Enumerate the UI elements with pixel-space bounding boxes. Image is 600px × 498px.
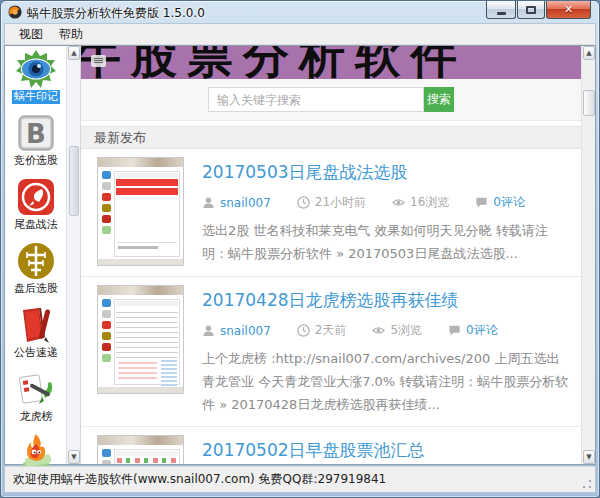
- article-thumbnail[interactable]: [97, 435, 184, 464]
- sidebar-item-label: 蜗牛印记: [12, 90, 60, 104]
- section-title: 最新发布: [94, 129, 146, 147]
- scroll-up-icon[interactable]: ▲: [68, 46, 80, 60]
- scroll-up-icon[interactable]: ▲: [583, 46, 595, 60]
- window-title: 蜗牛股票分析软件免费版 1.5.0.0: [27, 5, 205, 22]
- svg-text:B: B: [26, 119, 46, 149]
- sidebar-item-label: 公告速递: [12, 346, 60, 360]
- close-button[interactable]: ✕: [546, 1, 591, 19]
- article-meta: snail007 2天前 5浏览 0评论: [202, 322, 571, 339]
- views-icon: [392, 196, 405, 209]
- sidebar-item-bid-stock[interactable]: B 竞价选股: [5, 112, 67, 176]
- b-icon: B: [15, 112, 57, 154]
- sidebar-item-label: 尾盘战法: [12, 218, 60, 232]
- status-text: 欢迎使用蜗牛选股软件(www.snail007.com) 免费QQ群:29791…: [13, 471, 386, 488]
- book-icon: [15, 304, 57, 346]
- app-logo-icon: [8, 5, 22, 19]
- article-item: 20170503日尾盘战法选股 snail007 21小时前 16浏览 0评论 …: [81, 149, 581, 276]
- search-input[interactable]: [208, 87, 424, 112]
- titlebar[interactable]: 蜗牛股票分析软件免费版 1.5.0.0 ✕: [1, 1, 599, 23]
- views-icon: [372, 324, 385, 337]
- menubar: 视图 帮助: [4, 23, 596, 45]
- article-title-link[interactable]: 20170503日尾盘战法选股: [202, 161, 571, 184]
- article-thumbnail[interactable]: [97, 285, 184, 394]
- clock-icon: [297, 324, 310, 337]
- paper-icon: [15, 368, 57, 410]
- article-excerpt: 上个龙虎榜 :http://snail007.com/archives/200 …: [202, 347, 571, 416]
- article-excerpt: 选出2股 世名科技和莱克电气 效果如何明天见分晓 转载请注明：蜗牛股票分析软件 …: [202, 219, 571, 265]
- article-title-link[interactable]: 20170428日龙虎榜选股再获佳绩: [202, 289, 571, 312]
- menu-help[interactable]: 帮助: [51, 24, 91, 45]
- banner-title: 牛股票分析软件: [81, 46, 467, 79]
- sidebar-item-announcements[interactable]: 公告速递: [5, 304, 67, 368]
- search-bar: 搜索: [81, 79, 581, 121]
- content-frame: 蜗牛印记 B 竞价选股: [4, 45, 596, 465]
- article-author[interactable]: snail007: [220, 196, 271, 210]
- author-icon: [202, 324, 215, 337]
- article-item: 20170428日龙虎榜选股再获佳绩 snail007 2天前 5浏览 0评论 …: [81, 276, 581, 426]
- sidebar-item-label: 龙虎榜: [18, 410, 55, 424]
- sidebar-item-label: 竞价选股: [12, 154, 60, 168]
- comments-icon: [448, 324, 461, 337]
- scroll-down-icon[interactable]: ▼: [583, 450, 595, 464]
- minimize-button[interactable]: [486, 1, 516, 19]
- scroll-down-icon[interactable]: ▼: [68, 450, 80, 464]
- article-time: 21小时前: [315, 194, 366, 211]
- section-header: 最新发布: [81, 126, 581, 149]
- statusbar: 欢迎使用蜗牛选股软件(www.snail007.com) 免费QQ群:29791…: [4, 466, 596, 493]
- site-banner: 牛股票分析软件: [81, 46, 581, 79]
- sidebar-item-snail-mark[interactable]: 蜗牛印记: [5, 48, 67, 112]
- article-comments[interactable]: 0评论: [493, 194, 525, 211]
- webview-scroll-thumb[interactable]: [583, 90, 595, 116]
- clock-icon: [297, 196, 310, 209]
- maximize-button[interactable]: [517, 1, 545, 19]
- article-list: 20170503日尾盘战法选股 snail007 21小时前 16浏览 0评论 …: [81, 149, 581, 464]
- article-author[interactable]: snail007: [220, 324, 271, 338]
- rocket-icon: [15, 176, 57, 218]
- menu-view[interactable]: 视图: [11, 24, 51, 45]
- article-meta: snail007 21小时前 16浏览 0评论: [202, 194, 571, 211]
- sidebar-scroll-thumb[interactable]: [69, 146, 79, 216]
- article-thumbnail[interactable]: [97, 157, 184, 266]
- eye-icon: [15, 48, 57, 90]
- article-views: 16浏览: [410, 194, 449, 211]
- webview: 牛股票分析软件 搜索 最新发布: [81, 46, 595, 464]
- webview-scrollbar[interactable]: ▲ ▼: [581, 46, 595, 464]
- sidebar: 蜗牛印记 B 竞价选股: [5, 46, 81, 464]
- sidebar-item-dragon-tiger[interactable]: 龙虎榜: [5, 368, 67, 432]
- sidebar-scrollbar[interactable]: ▲ ▼: [66, 46, 80, 464]
- resize-grip[interactable]: [581, 478, 593, 490]
- article-views: 5浏览: [390, 322, 422, 339]
- search-button[interactable]: 搜索: [424, 87, 454, 112]
- app-window: 蜗牛股票分析软件免费版 1.5.0.0 ✕ 视图 帮助: [0, 0, 600, 498]
- sidebar-item-tail-strategy[interactable]: 尾盘战法: [5, 176, 67, 240]
- article-time: 2天前: [315, 322, 347, 339]
- sidebar-item-label: 盘后选股: [12, 282, 60, 296]
- article-title-link[interactable]: 20170502日早盘股票池汇总: [202, 439, 571, 462]
- comments-icon: [475, 196, 488, 209]
- crosshair-icon: [15, 240, 57, 282]
- menu-toggle-icon[interactable]: [91, 55, 106, 67]
- author-icon: [202, 196, 215, 209]
- article-comments[interactable]: 0评论: [466, 322, 498, 339]
- sidebar-item-after-hours[interactable]: 盘后选股: [5, 240, 67, 304]
- article-item: 20170502日早盘股票池汇总 snail007 2天前 4浏览 0评论: [81, 426, 581, 464]
